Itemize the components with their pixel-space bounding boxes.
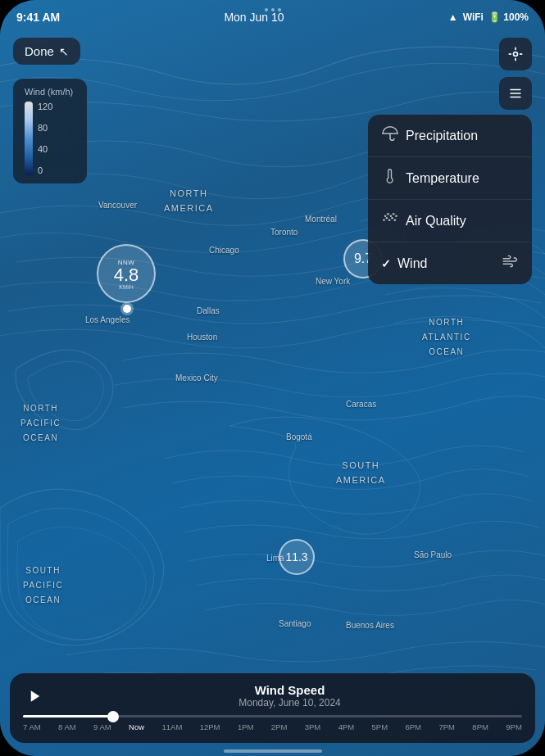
menu-item-temperature-left: Temperature [381,168,479,188]
tl-8pm: 8PM [472,722,488,731]
wind-unit: KM/H [119,284,134,290]
status-right: ▲ WiFi 🔋 100% [448,11,529,23]
legend-val-0: 0 [38,165,52,175]
tl-5pm: 5PM [372,722,388,731]
bottom-player: Wind Speed Monday, June 10, 2024 7 AM 8 … [10,673,535,743]
wind-label: Wind [397,256,427,271]
tl-4pm: 4PM [338,722,355,731]
legend-labels: 120 80 40 0 [38,102,52,175]
timeline-fill [23,715,113,718]
timeline-labels: 7 AM 8 AM 9 AM Now 11AM 12PM 1PM 2PM 3PM… [23,722,522,731]
svg-point-14 [386,217,388,220]
player-title: Wind Speed [57,683,522,697]
legend-val-40: 40 [38,144,52,154]
menu-item-temperature[interactable]: Temperature [368,157,532,200]
wind-icon [501,253,519,274]
air-quality-icon [381,211,399,231]
menu-item-precipitation-left: Precipitation [381,125,478,146]
timeline-thumb[interactable] [107,711,119,722]
battery-icon: 🔋 100% [488,11,529,23]
tl-12pm: 12PM [200,722,220,731]
svg-rect-7 [510,97,521,98]
done-label: Done [25,44,54,58]
wifi-icon: WiFi [463,11,484,23]
svg-point-8 [384,215,387,217]
legend-color-bar [25,102,33,175]
status-date: Mon Jun 10 [224,11,284,24]
signal-icon: ▲ [448,11,458,23]
tl-8am: 8 AM [58,722,76,731]
tl-9pm: 9PM [506,722,522,731]
tl-1pm: 1PM [238,722,254,731]
wind-bubble-lima[interactable]: 11.3 [279,539,315,575]
wind-checkmark: ✓ [381,257,391,270]
wind-bubble-my-location[interactable]: NNW 4.8 KM/H [97,244,156,303]
location-button[interactable] [499,38,532,70]
menu-item-precipitation[interactable]: Precipitation [368,115,532,157]
timeline-track[interactable] [23,715,522,718]
temperature-icon [381,168,399,188]
player-title-area: Wind Speed Monday, June 10, 2024 [57,683,522,708]
wind-direction: NNW [118,259,135,266]
tl-3pm: 3PM [305,722,321,731]
svg-rect-5 [510,89,521,91]
timeline[interactable]: 7 AM 8 AM 9 AM Now 11AM 12PM 1PM 2PM 3PM… [23,715,522,731]
svg-point-13 [383,219,385,221]
temperature-label: Temperature [406,171,479,186]
wind-speed: 4.8 [114,266,139,284]
device-frame: NORTHAMERICA SOUTHAMERICA NorthPacificOc… [0,0,545,756]
precipitation-icon [381,125,399,146]
svg-point-17 [394,219,397,221]
status-bar: 9:41 AM Mon Jun 10 ▲ WiFi 🔋 100% [0,0,545,29]
menu-item-wind-left: ✓ Wind [381,256,427,271]
svg-point-4 [514,52,518,57]
air-quality-label: Air Quality [406,214,466,229]
cursor-icon: ↖ [59,45,69,58]
top-right-controls [499,38,532,110]
my-location-dot [123,305,131,313]
legend-panel: Wind (km/h) 120 80 40 0 [13,79,87,183]
precipitation-label: Precipitation [406,129,478,143]
menu-item-wind[interactable]: ✓ Wind [368,242,532,284]
dropdown-menu: Precipitation Temperature [368,115,532,284]
home-indicator [224,749,322,753]
tl-9am: 9 AM [93,722,111,731]
legend-val-80: 80 [38,123,52,133]
menu-item-air-quality[interactable]: Air Quality [368,200,532,242]
tl-7pm: 7PM [438,722,455,731]
legend-title: Wind (km/h) [25,87,75,97]
legend-scale: 120 80 40 0 [25,102,75,175]
layers-button[interactable] [499,77,532,110]
tl-2pm: 2PM [271,722,288,731]
legend-val-120: 120 [38,102,52,111]
player-subtitle: Monday, June 10, 2024 [57,697,522,708]
svg-rect-6 [510,93,521,94]
player-top: Wind Speed Monday, June 10, 2024 [23,683,522,708]
play-button[interactable] [23,684,48,708]
done-button[interactable]: Done ↖ [13,38,80,65]
svg-point-16 [391,217,393,220]
svg-point-15 [388,219,391,221]
wind-speed-lima: 11.3 [285,550,307,564]
tl-11am: 11AM [161,722,182,731]
svg-marker-18 [31,690,40,702]
status-time: 9:41 AM [16,11,60,24]
tl-6pm: 6PM [406,722,422,731]
svg-point-9 [387,213,389,215]
menu-item-air-quality-left: Air Quality [381,211,466,231]
top-notch [265,8,281,11]
svg-point-12 [395,215,397,217]
tl-7am: 7 AM [23,722,41,731]
tl-now: Now [129,722,144,731]
svg-point-11 [393,213,395,215]
svg-point-10 [390,215,393,217]
